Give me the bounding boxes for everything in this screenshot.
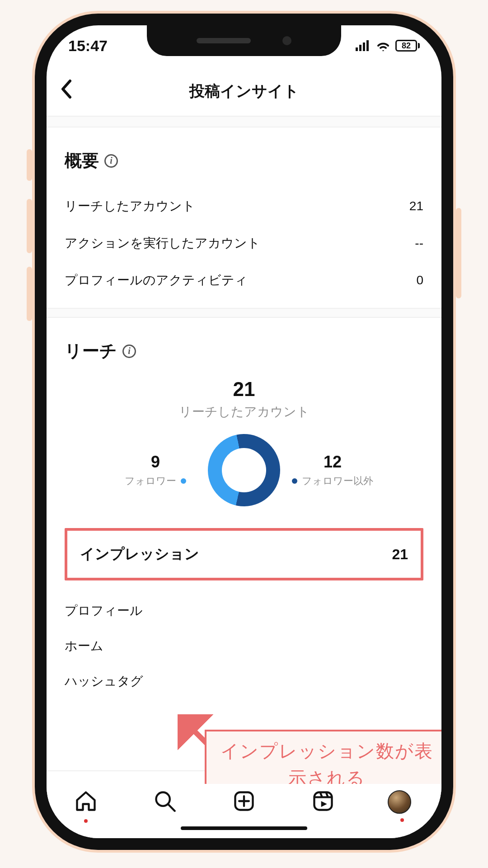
overview-row-value: -- bbox=[415, 236, 423, 250]
back-button[interactable] bbox=[60, 79, 73, 104]
overview-row-value: 21 bbox=[409, 199, 423, 213]
tab-profile[interactable] bbox=[388, 790, 417, 814]
tab-home[interactable] bbox=[71, 789, 100, 815]
reach-total-number: 21 bbox=[65, 378, 423, 401]
cellular-icon bbox=[356, 40, 371, 51]
search-icon bbox=[153, 789, 177, 813]
side-button-power bbox=[456, 208, 461, 298]
status-bar: 15:47 82 bbox=[47, 35, 441, 56]
reach-followers-side: 9 フォロワー bbox=[115, 453, 196, 488]
impressions-row-highlight[interactable]: インプレッション 21 bbox=[65, 528, 423, 580]
reach-donut-area: 9 フォロワー 12 フォロワー以外 bbox=[65, 434, 423, 506]
nonfollowers-label: フォロワー以外 bbox=[292, 474, 373, 488]
overview-row[interactable]: プロフィールのアクティビティ 0 bbox=[65, 262, 423, 299]
reach-nonfollowers-side: 12 フォロワー以外 bbox=[292, 453, 373, 488]
status-right: 82 bbox=[356, 40, 420, 52]
overview-row-value: 0 bbox=[416, 273, 423, 288]
reach-donut-chart bbox=[201, 427, 287, 513]
side-button-volume-up bbox=[27, 199, 32, 253]
reach-total: 21 リーチしたアカウント bbox=[65, 378, 423, 420]
avatar-icon bbox=[388, 790, 411, 814]
nav-title: 投稿インサイト bbox=[189, 81, 299, 102]
section-divider bbox=[47, 308, 441, 318]
phone-screen: 15:47 82 bbox=[47, 25, 441, 838]
info-icon[interactable]: i bbox=[104, 154, 118, 168]
overview-row[interactable]: アクションを実行したアカウント -- bbox=[65, 225, 423, 262]
section-divider bbox=[47, 117, 441, 127]
overview-section: 概要 i リーチしたアカウント 21 アクションを実行したアカウント -- プロ… bbox=[47, 127, 441, 308]
content-scroll[interactable]: 概要 i リーチしたアカウント 21 アクションを実行したアカウント -- プロ… bbox=[47, 117, 441, 784]
overview-row-label: リーチしたアカウント bbox=[65, 198, 195, 215]
impressions-sub-item[interactable]: ホーム bbox=[47, 628, 441, 664]
svg-rect-3 bbox=[366, 40, 369, 51]
tab-search[interactable] bbox=[150, 789, 179, 815]
side-button-volume-down bbox=[27, 267, 32, 321]
reach-title: リーチ i bbox=[65, 340, 423, 363]
annotation-callout: インプレッション数が表示される bbox=[205, 730, 441, 784]
reach-title-text: リーチ bbox=[65, 340, 117, 363]
tab-create[interactable] bbox=[230, 789, 258, 815]
overview-row-label: アクションを実行したアカウント bbox=[65, 235, 260, 252]
legend-dot-icon bbox=[181, 478, 186, 484]
svg-rect-1 bbox=[359, 45, 361, 51]
followers-count: 9 bbox=[115, 453, 196, 472]
side-button-silence bbox=[27, 149, 32, 181]
plus-square-icon bbox=[232, 789, 256, 813]
notification-dot-icon bbox=[400, 818, 404, 822]
nav-bar: 投稿インサイト bbox=[47, 67, 441, 117]
overview-title-text: 概要 bbox=[65, 149, 99, 172]
svg-rect-2 bbox=[363, 42, 365, 51]
reels-icon bbox=[311, 789, 335, 813]
reach-total-label: リーチしたアカウント bbox=[65, 403, 423, 420]
phone-frame: 15:47 82 bbox=[35, 14, 453, 850]
overview-row[interactable]: リーチしたアカウント 21 bbox=[65, 188, 423, 225]
tab-reels[interactable] bbox=[309, 789, 338, 815]
reach-section: リーチ i 21 リーチしたアカウント 9 フォロワー bbox=[47, 318, 441, 593]
home-indicator[interactable] bbox=[181, 826, 307, 830]
impressions-value: 21 bbox=[392, 546, 408, 563]
svg-rect-6 bbox=[314, 793, 332, 810]
overview-row-label: プロフィールのアクティビティ bbox=[65, 272, 248, 289]
battery-icon: 82 bbox=[395, 40, 420, 52]
status-time: 15:47 bbox=[68, 37, 108, 55]
nonfollowers-count: 12 bbox=[292, 453, 373, 472]
battery-level: 82 bbox=[395, 40, 417, 52]
impressions-sub-item[interactable]: プロフィール bbox=[47, 593, 441, 628]
impressions-sub-item[interactable]: ハッシュタグ bbox=[47, 664, 441, 699]
impressions-label: インプレッション bbox=[80, 544, 199, 564]
notification-dot-icon bbox=[84, 819, 88, 823]
chevron-left-icon bbox=[60, 79, 73, 99]
followers-label: フォロワー bbox=[125, 474, 186, 488]
wifi-icon bbox=[375, 40, 391, 51]
info-icon[interactable]: i bbox=[122, 344, 136, 358]
legend-dot-icon bbox=[292, 478, 297, 484]
home-icon bbox=[74, 789, 98, 813]
overview-title: 概要 i bbox=[65, 149, 423, 172]
svg-rect-0 bbox=[356, 47, 358, 51]
